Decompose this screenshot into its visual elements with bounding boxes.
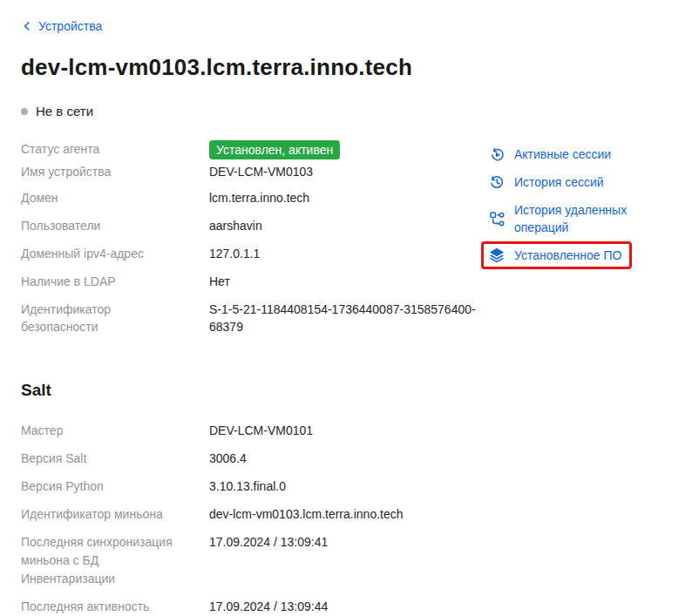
offline-status-dot-icon xyxy=(21,108,28,115)
back-to-devices-link[interactable]: Устройства xyxy=(21,19,102,33)
info-label: Идентификатор миньона xyxy=(21,505,209,524)
info-label: Идентификатор безопасности xyxy=(21,301,209,335)
info-label: Наличие в LDAP xyxy=(21,273,209,290)
info-value: 17.09.2024 / 13:09:41 xyxy=(209,533,481,588)
agent-details: Статус агента Установлен, активен Имя ус… xyxy=(21,140,481,346)
info-value: DEV-LCM-VM0101 xyxy=(209,422,481,440)
info-value: dev-lcm-vm0103.lcm.terra.inno.tech xyxy=(209,505,481,524)
info-row-users: Пользователи aarshavin xyxy=(21,217,481,234)
info-value: 127.0.1.1 xyxy=(209,245,481,262)
quick-link-label: Установленное ПО xyxy=(514,247,621,264)
info-label: Пользователи xyxy=(21,217,209,234)
info-label: Последняя синхронизация миньона с БД Инв… xyxy=(21,533,209,588)
active-sessions-link[interactable]: Активные сессии xyxy=(481,140,621,168)
info-value: 17.09.2024 / 13:09:44 xyxy=(209,598,481,616)
info-value: aarshavin xyxy=(209,217,481,234)
info-row-last-activity: Последняя активность агента 17.09.2024 /… xyxy=(21,598,481,616)
info-row-last-sync: Последняя синхронизация миньона с БД Инв… xyxy=(21,533,481,588)
replay-play-icon xyxy=(488,146,505,163)
device-details-page: Устройства dev-lcm-vm0103.lcm.terra.inno… xyxy=(0,0,692,616)
page-title: dev-lcm-vm0103.lcm.terra.inno.tech xyxy=(21,54,671,80)
info-row-ipv4: Доменный ipv4-адрес 127.0.1.1 xyxy=(21,245,481,262)
device-status-label: Не в сети xyxy=(36,104,93,118)
installed-software-link[interactable]: Установленное ПО xyxy=(481,241,632,269)
info-row-domain: Домен lcm.terra.inno.tech xyxy=(21,189,481,206)
info-label: Мастер xyxy=(21,422,209,440)
back-link-label: Устройства xyxy=(38,19,102,33)
info-label: Версия Python xyxy=(21,477,209,496)
info-value: 3.10.13.final.0 xyxy=(209,477,481,496)
salt-details: Мастер DEV-LCM-VM0101 Версия Salt 3006.4… xyxy=(21,422,481,616)
info-label: Статус агента xyxy=(21,140,209,159)
remote-operations-history-link[interactable]: История удаленных операций xyxy=(481,196,692,241)
quick-link-label: Активные сессии xyxy=(514,146,611,163)
info-label: Домен xyxy=(21,189,209,206)
info-label: Версия Salt xyxy=(21,450,209,468)
quick-links: Активные сессии История сессий xyxy=(481,140,692,269)
info-row-salt-version: Версия Salt 3006.4 xyxy=(21,450,481,468)
info-row-ldap: Наличие в LDAP Нет xyxy=(21,273,481,290)
info-value: 3006.4 xyxy=(209,450,481,468)
info-label: Имя устройства xyxy=(21,163,209,180)
salt-section-title: Salt xyxy=(21,381,671,400)
chevron-left-icon xyxy=(21,20,33,32)
info-row-device-name: Имя устройства DEV-LCM-VM0103 xyxy=(21,163,481,180)
remote-operations-icon xyxy=(488,210,505,227)
info-row-minion-id: Идентификатор миньона dev-lcm-vm0103.lcm… xyxy=(21,505,481,524)
info-value: S-1-5-21-1184408154-1736440087-315857640… xyxy=(209,301,481,335)
history-clock-icon xyxy=(488,173,505,191)
device-status: Не в сети xyxy=(21,104,671,118)
quick-link-label: История сессий xyxy=(514,173,604,191)
info-label: Последняя активность агента xyxy=(21,598,209,616)
info-value: lcm.terra.inno.tech xyxy=(209,189,481,206)
info-value: DEV-LCM-VM0103 xyxy=(209,163,481,180)
info-row-python-version: Версия Python 3.10.13.final.0 xyxy=(21,477,481,496)
info-row-master: Мастер DEV-LCM-VM0101 xyxy=(21,422,481,440)
info-row-agent-status: Статус агента Установлен, активен xyxy=(21,140,481,159)
layers-icon xyxy=(488,247,505,264)
session-history-link[interactable]: История сессий xyxy=(481,168,614,196)
quick-link-label: История удаленных операций xyxy=(514,201,682,236)
info-row-security-id: Идентификатор безопасности S-1-5-21-1184… xyxy=(21,301,481,335)
info-label: Доменный ipv4-адрес xyxy=(21,245,209,262)
agent-status-badge: Установлен, активен xyxy=(209,140,340,159)
info-value: Нет xyxy=(209,273,481,290)
